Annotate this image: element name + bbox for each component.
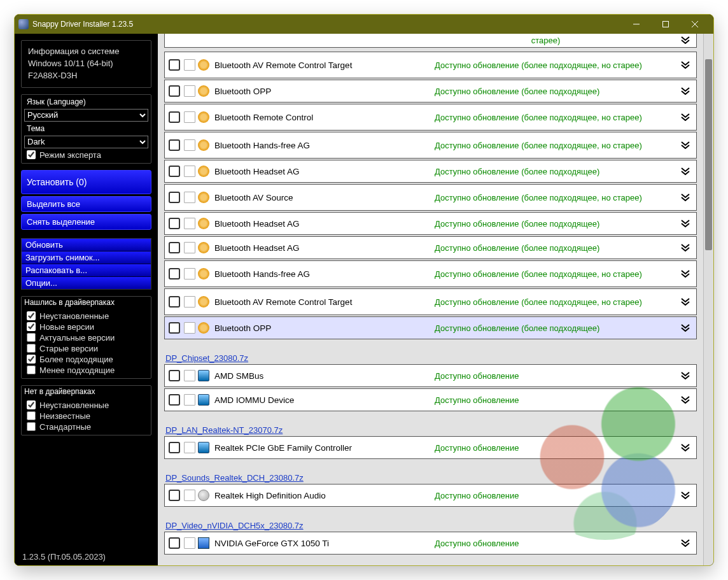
deselect-all-button[interactable]: Снять выделение [21, 214, 151, 230]
filter-label: Актуальные версии [39, 333, 115, 343]
maximize-button[interactable] [651, 15, 680, 34]
expand-button[interactable] [675, 490, 691, 501]
theme-label: Тема [24, 123, 148, 134]
driver-status: Доступно обновление (более подходящее) [435, 219, 675, 229]
filter-found-item-1[interactable]: Новые версии [24, 322, 148, 332]
driver-row[interactable]: Bluetooth Hands-free AGДоступно обновлен… [164, 132, 697, 159]
filter-label: Более подходящие [39, 355, 113, 364]
filter-found-item-0[interactable]: Неустановленные [24, 311, 148, 322]
expand-button[interactable] [675, 60, 691, 71]
filter-checkbox[interactable] [27, 411, 36, 420]
scrollbar-thumb[interactable] [705, 59, 712, 250]
driver-checkbox[interactable] [169, 85, 180, 97]
driver-checkbox[interactable] [169, 139, 180, 151]
filter-checkbox[interactable] [27, 311, 36, 320]
driver-checkbox[interactable] [169, 192, 180, 203]
load-snapshot-button[interactable]: Загрузить снимок... [22, 251, 151, 264]
minimize-button[interactable] [622, 15, 651, 34]
filter-found-item-5[interactable]: Менее подходящие [24, 365, 148, 376]
filter-checkbox[interactable] [27, 322, 36, 331]
refresh-button[interactable]: Обновить [22, 239, 151, 251]
titlebar[interactable]: Snappy Driver Installer 1.23.5 [15, 15, 713, 34]
driver-status: Доступно обновление (более подходящее) [435, 243, 675, 253]
filter-checkbox[interactable] [27, 333, 36, 342]
language-select[interactable]: Русский [24, 109, 148, 122]
expand-button[interactable] [675, 538, 691, 549]
driver-checkbox[interactable] [169, 490, 180, 501]
filter-found-item-4[interactable]: Более подходящие [24, 354, 148, 365]
driver-row[interactable]: Bluetooth Headset AGДоступно обновление … [164, 160, 697, 183]
filter-found-item-2[interactable]: Актуальные версии [24, 332, 148, 343]
driver-row[interactable]: NVIDIA GeForce GTX 1050 TiДоступно обнов… [164, 532, 697, 555]
driver-row[interactable]: Bluetooth OPPДоступно обновление (более … [164, 316, 697, 339]
filter-checkbox[interactable] [27, 400, 36, 409]
driverpack-title[interactable]: DP_Video_nVIDIA_DCH5x_23080.7z [164, 520, 697, 532]
driver-checkbox[interactable] [169, 296, 180, 308]
filter-checkbox[interactable] [27, 365, 36, 374]
driver-checkbox[interactable] [169, 218, 180, 229]
filter-found-item-3[interactable]: Старые версии [24, 343, 148, 354]
expert-mode-checkbox[interactable]: Режим эксперта [24, 150, 148, 160]
driver-checkbox[interactable] [169, 322, 180, 334]
expand-button[interactable] [675, 243, 691, 253]
driver-checkbox[interactable] [169, 242, 180, 253]
gear-icon [198, 322, 209, 334]
driver-checkbox[interactable] [169, 370, 180, 381]
filter-label: Неизвестные [39, 411, 90, 421]
driver-checkbox[interactable] [169, 268, 180, 279]
scrollbar[interactable] [703, 34, 713, 565]
expand-button[interactable] [675, 192, 691, 203]
driver-checkbox[interactable] [169, 537, 180, 549]
expand-button[interactable] [675, 323, 691, 334]
expand-button[interactable] [675, 35, 691, 46]
expand-button[interactable] [675, 218, 691, 229]
expand-button[interactable] [675, 166, 691, 177]
expand-button[interactable] [675, 297, 691, 308]
driverpack-title[interactable]: DP_LAN_Realtek-NT_23070.7z [164, 424, 697, 436]
options-button[interactable]: Опции... [22, 277, 151, 289]
expand-button[interactable] [675, 140, 691, 151]
driver-row[interactable]: Realtek PCIe GbE Family ControllerДоступ… [164, 436, 697, 459]
driver-checkbox[interactable] [169, 59, 180, 71]
filter-checkbox[interactable] [27, 422, 36, 431]
filter-checkbox[interactable] [27, 344, 36, 353]
driverpack-title[interactable]: DP_Sounds_Realtek_DCH_23080.7z [164, 472, 697, 484]
install-button[interactable]: Установить (0) [21, 170, 151, 194]
extract-button[interactable]: Распаковать в... [22, 264, 151, 277]
close-button[interactable] [680, 15, 710, 34]
filter-missing-item-2[interactable]: Стандартные [24, 421, 148, 432]
gear-icon [198, 242, 209, 253]
driver-checkbox[interactable] [169, 394, 180, 406]
filter-missing-item-0[interactable]: Неустановленные [24, 400, 148, 411]
driver-row[interactable]: Bluetooth OPPДоступно обновление (более … [164, 80, 697, 103]
theme-select[interactable]: Dark [24, 136, 148, 148]
driverpack-title[interactable]: DP_Chipset_23080.7z [164, 352, 697, 364]
select-all-button[interactable]: Выделить все [21, 196, 151, 212]
driver-row[interactable]: Bluetooth AV Remote Control TargetДоступ… [164, 288, 697, 315]
driver-name: AMD SMBus [212, 371, 435, 381]
driver-checkbox[interactable] [169, 442, 180, 453]
chevron-down-icon [680, 140, 691, 151]
driver-status: Доступно обновление (более подходящее, н… [435, 269, 675, 279]
driver-row[interactable]: Bluetooth AV SourceДоступно обновление (… [164, 184, 697, 211]
expand-button[interactable] [675, 112, 691, 123]
expand-button[interactable] [675, 395, 691, 406]
driver-row[interactable]: Realtek High Definition AudioДоступно об… [164, 484, 697, 507]
driver-row[interactable]: AMD SMBusДоступно обновление [164, 364, 697, 387]
filter-checkbox[interactable] [27, 355, 36, 364]
expand-button[interactable] [675, 371, 691, 381]
expert-mode-input[interactable] [27, 150, 36, 159]
filter-missing-item-1[interactable]: Неизвестные [24, 411, 148, 421]
driver-row[interactable]: Bluetooth Remote ControlДоступно обновле… [164, 104, 697, 131]
expand-button[interactable] [675, 442, 691, 453]
driver-row-partial[interactable]: старее) [164, 34, 697, 48]
driver-row[interactable]: Bluetooth Headset AGДоступно обновление … [164, 236, 697, 259]
driver-checkbox[interactable] [169, 111, 180, 123]
driver-row[interactable]: Bluetooth Hands-free AGДоступно обновлен… [164, 260, 697, 287]
expand-button[interactable] [675, 86, 691, 97]
driver-row[interactable]: Bluetooth AV Remote Control TargetДоступ… [164, 52, 697, 78]
driver-checkbox[interactable] [169, 166, 180, 177]
expand-button[interactable] [675, 269, 691, 279]
driver-row[interactable]: AMD IOMMU DeviceДоступно обновление [164, 388, 697, 411]
driver-row[interactable]: Bluetooth Headset AGДоступно обновление … [164, 212, 697, 235]
